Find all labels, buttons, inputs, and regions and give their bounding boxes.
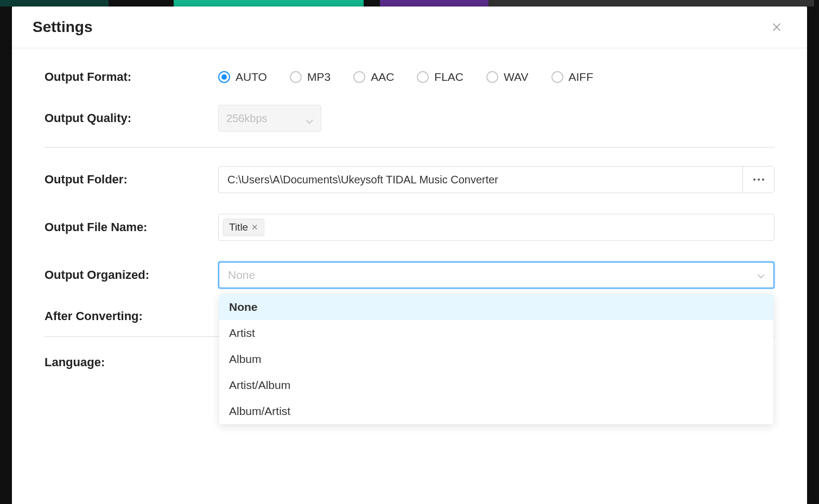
radio-circle-icon [551, 71, 563, 83]
radio-flac[interactable]: FLAC [417, 71, 464, 84]
radio-circle-icon [218, 71, 230, 83]
dropdown-option-none[interactable]: None [219, 294, 773, 320]
close-button[interactable] [767, 17, 786, 37]
ellipsis-icon [753, 178, 765, 181]
section-divider [45, 147, 774, 148]
output-folder-field [218, 166, 774, 193]
output-file-name-field[interactable]: Title ✕ [218, 214, 774, 241]
row-output-file-name: Output File Name: Title ✕ [45, 214, 774, 241]
close-icon [771, 21, 783, 33]
dialog-header: Settings [12, 7, 807, 48]
label-after-converting: After Converting: [45, 309, 218, 323]
output-organized-dropdown: NoneArtistAlbumArtist/AlbumAlbum/Artist [219, 294, 773, 424]
output-quality-select: 256kbps [218, 105, 321, 132]
radio-circle-icon [290, 71, 302, 83]
radio-label: MP3 [307, 71, 331, 84]
svg-point-1 [758, 178, 760, 181]
radio-auto[interactable]: AUTO [218, 71, 267, 84]
radio-mp3[interactable]: MP3 [290, 71, 331, 84]
settings-dialog: Settings Output Format: AUTOMP3AACFLACWA… [12, 7, 807, 504]
dropdown-option-artist-album[interactable]: Artist/Album [219, 372, 773, 398]
radio-label: FLAC [434, 71, 464, 84]
label-output-quality: Output Quality: [45, 111, 218, 125]
output-organized-select[interactable]: None NoneArtistAlbumArtist/AlbumAlbum/Ar… [218, 261, 774, 289]
radio-aac[interactable]: AAC [353, 71, 394, 84]
row-output-organized: Output Organized: None NoneArtistAlbumAr… [45, 261, 774, 289]
radio-label: WAV [504, 71, 529, 84]
radio-label: AUTO [236, 71, 267, 84]
remove-tag-button[interactable]: ✕ [251, 222, 258, 232]
row-output-format: Output Format: AUTOMP3AACFLACWAVAIFF [45, 70, 774, 84]
label-language: Language: [45, 355, 218, 369]
output-format-radio-group: AUTOMP3AACFLACWAVAIFF [218, 71, 593, 84]
label-output-organized: Output Organized: [45, 268, 218, 282]
dropdown-option-artist[interactable]: Artist [219, 320, 773, 346]
dialog-title: Settings [33, 18, 92, 36]
svg-point-2 [762, 178, 764, 181]
filename-tag-label: Title [229, 221, 248, 233]
output-folder-input[interactable] [219, 167, 742, 193]
radio-aiff[interactable]: AIFF [551, 71, 594, 84]
row-output-folder: Output Folder: [45, 166, 774, 193]
output-quality-value: 256kbps [226, 112, 268, 125]
dialog-body: Output Format: AUTOMP3AACFLACWAVAIFF Out… [12, 48, 807, 504]
label-output-folder: Output Folder: [45, 173, 218, 187]
browse-folder-button[interactable] [742, 167, 774, 193]
radio-circle-icon [486, 71, 498, 83]
filename-tag: Title ✕ [223, 219, 264, 236]
output-organized-placeholder: None [228, 269, 255, 282]
dropdown-option-album[interactable]: Album [219, 346, 773, 372]
chevron-down-icon [306, 114, 313, 122]
radio-circle-icon [417, 71, 429, 83]
svg-point-0 [753, 178, 755, 181]
radio-label: AIFF [569, 71, 594, 84]
radio-label: AAC [371, 71, 394, 84]
radio-wav[interactable]: WAV [486, 71, 529, 84]
chevron-down-icon [757, 271, 765, 279]
radio-circle-icon [353, 71, 365, 83]
dropdown-option-album-artist[interactable]: Album/Artist [219, 398, 773, 424]
row-output-quality: Output Quality: 256kbps [45, 105, 774, 132]
label-output-format: Output Format: [45, 70, 218, 84]
label-output-file-name: Output File Name: [45, 220, 218, 234]
